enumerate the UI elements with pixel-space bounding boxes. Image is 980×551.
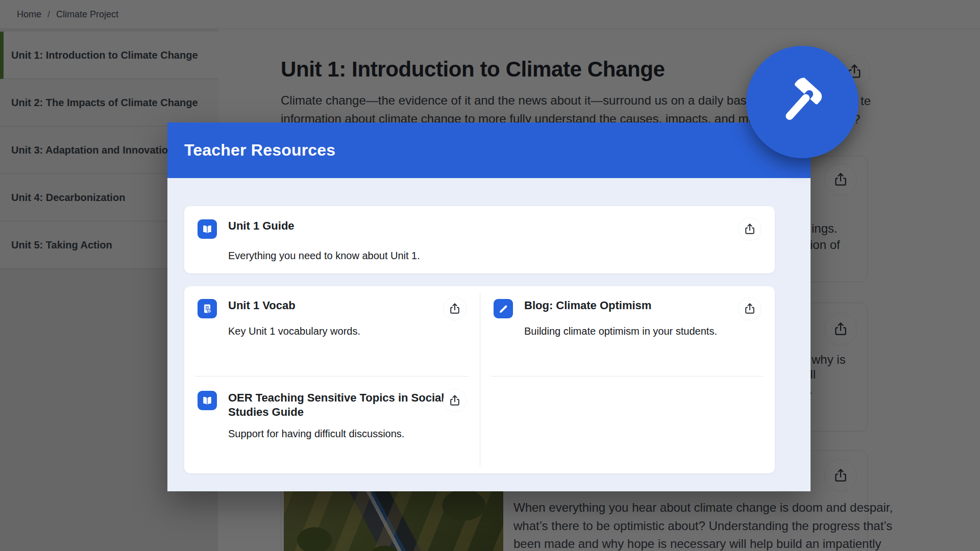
page: Home / Climate Project Unit 1: Introduct… — [0, 0, 980, 551]
resource-description: Everything you need to know about Unit 1… — [228, 249, 733, 262]
resource-item-unit-1-vocab[interactable]: Unit 1 Vocab Key Unit 1 vocabulary words… — [198, 299, 467, 337]
resource-item-blog-climate-optimism[interactable]: Blog: Climate Optimism Building climate … — [494, 299, 762, 337]
resource-share-button[interactable] — [443, 389, 467, 412]
share-icon — [743, 222, 756, 236]
resource-title: OER Teaching Sensitive Topics in Social … — [228, 391, 467, 419]
modal-header: Teacher Resources — [167, 122, 811, 178]
resource-card-unit-1-guide[interactable]: Unit 1 Guide Everything you need to know… — [184, 206, 775, 273]
resource-share-button[interactable] — [443, 297, 467, 320]
resource-grid-left-column: Unit 1 Vocab Key Unit 1 vocabulary words… — [184, 286, 480, 473]
resource-title: Unit 1 Guide — [228, 219, 733, 233]
modal-title: Teacher Resources — [184, 141, 335, 160]
resource-description: Key Unit 1 vocabulary words. — [228, 325, 438, 337]
vocab-document-icon — [198, 299, 217, 318]
resource-item-oer-guide[interactable]: OER Teaching Sensitive Topics in Social … — [198, 391, 467, 440]
teacher-resources-modal: Teacher Resources Unit 1 Guide Everythin… — [167, 122, 811, 491]
share-icon — [448, 302, 461, 315]
divider — [491, 376, 764, 377]
hammer-badge[interactable] — [746, 46, 859, 158]
resource-share-button[interactable] — [738, 297, 762, 320]
share-icon — [448, 394, 461, 407]
resource-grid-card: Unit 1 Vocab Key Unit 1 vocabulary words… — [184, 286, 775, 473]
resource-description: Building climate optimism in your studen… — [524, 325, 733, 337]
pencil-icon — [494, 299, 513, 318]
hammer-icon — [768, 68, 837, 136]
modal-body: Unit 1 Guide Everything you need to know… — [167, 178, 811, 491]
resource-grid-right-column: Blog: Climate Optimism Building climate … — [480, 286, 775, 473]
resource-share-button[interactable] — [738, 217, 762, 241]
share-icon — [743, 302, 756, 315]
resource-title: Unit 1 Vocab — [228, 299, 438, 312]
open-book-icon — [198, 391, 217, 410]
open-book-icon — [198, 219, 217, 239]
resource-title: Blog: Climate Optimism — [524, 299, 733, 312]
resource-description: Support for having difficult discussions… — [228, 428, 438, 440]
